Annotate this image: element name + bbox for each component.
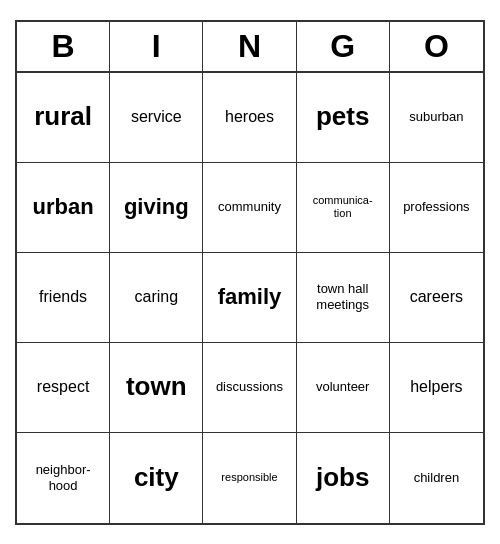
cell-text: city	[134, 462, 179, 493]
cell-r2-c1: caring	[110, 253, 203, 343]
cell-text: service	[131, 107, 182, 126]
cell-r1-c0: urban	[17, 163, 110, 253]
cell-r0-c2: heroes	[203, 73, 296, 163]
cell-r1-c2: community	[203, 163, 296, 253]
cell-r2-c0: friends	[17, 253, 110, 343]
cell-r1-c3: communica-tion	[297, 163, 390, 253]
cell-text: jobs	[316, 462, 369, 493]
cell-r4-c3: jobs	[297, 433, 390, 523]
cell-text: respect	[37, 377, 89, 396]
cell-text: neighbor-hood	[36, 462, 91, 493]
cell-text: helpers	[410, 377, 462, 396]
cell-text: caring	[135, 287, 179, 306]
cell-text: family	[218, 284, 282, 310]
cell-r3-c2: discussions	[203, 343, 296, 433]
header-letter: I	[110, 22, 203, 71]
bingo-header: BINGO	[17, 22, 483, 73]
cell-r4-c1: city	[110, 433, 203, 523]
cell-r0-c3: pets	[297, 73, 390, 163]
bingo-card: BINGO ruralserviceheroespetssuburbanurba…	[15, 20, 485, 525]
cell-text: friends	[39, 287, 87, 306]
header-letter: B	[17, 22, 110, 71]
cell-r2-c3: town hallmeetings	[297, 253, 390, 343]
cell-r3-c1: town	[110, 343, 203, 433]
cell-r1-c1: giving	[110, 163, 203, 253]
cell-text: rural	[34, 101, 92, 132]
cell-text: communica-tion	[313, 194, 373, 220]
cell-text: community	[218, 199, 281, 215]
cell-text: careers	[410, 287, 463, 306]
bingo-grid: ruralserviceheroespetssuburbanurbangivin…	[17, 73, 483, 523]
cell-r0-c0: rural	[17, 73, 110, 163]
cell-r4-c4: children	[390, 433, 483, 523]
cell-r4-c0: neighbor-hood	[17, 433, 110, 523]
cell-r0-c4: suburban	[390, 73, 483, 163]
header-letter: O	[390, 22, 483, 71]
cell-text: professions	[403, 199, 469, 215]
cell-r3-c3: volunteer	[297, 343, 390, 433]
cell-text: discussions	[216, 379, 283, 395]
cell-text: town	[126, 371, 187, 402]
cell-text: giving	[124, 194, 189, 220]
cell-r2-c2: family	[203, 253, 296, 343]
cell-text: suburban	[409, 109, 463, 125]
header-letter: N	[203, 22, 296, 71]
cell-text: volunteer	[316, 379, 369, 395]
cell-text: pets	[316, 101, 369, 132]
cell-r1-c4: professions	[390, 163, 483, 253]
cell-r4-c2: responsible	[203, 433, 296, 523]
cell-text: urban	[33, 194, 94, 220]
cell-r3-c4: helpers	[390, 343, 483, 433]
cell-r3-c0: respect	[17, 343, 110, 433]
cell-r2-c4: careers	[390, 253, 483, 343]
header-letter: G	[297, 22, 390, 71]
cell-r0-c1: service	[110, 73, 203, 163]
cell-text: responsible	[221, 471, 277, 484]
cell-text: heroes	[225, 107, 274, 126]
cell-text: town hallmeetings	[316, 281, 369, 312]
cell-text: children	[414, 470, 460, 486]
